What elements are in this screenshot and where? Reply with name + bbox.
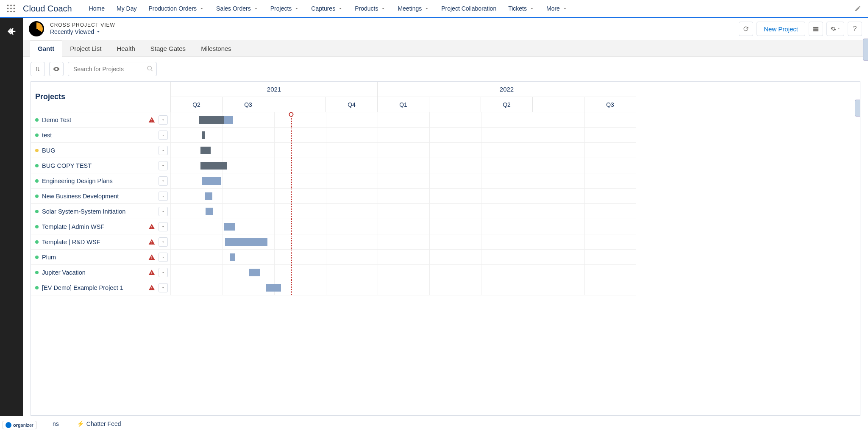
quarter-header-7 [533,97,584,112]
row-menu-button[interactable] [159,283,168,292]
gantt-bar[interactable] [202,177,221,185]
row-menu-button[interactable] [159,115,168,125]
nav-item-production-orders[interactable]: Production Orders [143,0,209,17]
project-name: Engineering Design Plans [42,178,155,184]
row-menu-button[interactable] [159,268,168,277]
gantt-bar[interactable] [249,269,260,276]
tab-stage-gates[interactable]: Stage Gates [143,41,193,56]
gantt-bar[interactable] [225,238,267,246]
organizer-badge[interactable]: orgorganizeranizer [3,421,36,429]
svg-point-0 [7,5,9,6]
tab-gantt[interactable]: Gantt [30,40,62,57]
refresh-button[interactable] [739,22,753,36]
nav-item-meetings[interactable]: Meetings [392,0,434,17]
nav-item-home[interactable]: Home [84,0,110,17]
project-row[interactable]: Jupiter Vacation [31,265,171,280]
project-row[interactable]: Template | Admin WSF [31,219,171,234]
nav-item-sales-orders[interactable]: Sales Orders [211,0,264,17]
quarter-header-2 [274,97,326,112]
gantt-panel-handle[interactable] [855,100,860,117]
row-menu-button[interactable] [159,207,168,216]
settings-menu-button[interactable] [826,22,844,36]
project-row[interactable]: test [31,128,171,143]
left-rail [0,18,23,416]
status-dot [35,133,39,137]
status-dot [35,195,39,198]
visibility-button[interactable] [49,62,64,76]
status-dot [35,164,39,167]
status-dot [35,286,39,289]
page-eyebrow: CROSS PROJECT VIEW [50,22,115,28]
utility-item-chatter[interactable]: ⚡ Chatter Feed [77,420,121,427]
help-button[interactable]: ? [848,22,862,36]
tab-milestones[interactable]: Milestones [193,41,239,56]
gantt-bar[interactable] [200,147,211,154]
project-row[interactable]: New Business Development [31,189,171,204]
row-menu-button[interactable] [159,253,168,262]
row-menu-button[interactable] [159,131,168,140]
gantt-bar[interactable] [199,116,233,124]
right-panel-handle[interactable] [863,39,868,61]
status-dot [35,118,39,122]
row-menu-button[interactable] [159,161,168,170]
global-nav: Cloud Coach HomeMy DayProduction OrdersS… [0,0,868,18]
chevron-down-icon [96,29,101,34]
nav-item-products[interactable]: Products [350,0,391,17]
row-menu-button[interactable] [159,176,168,186]
nav-item-project-collaboration[interactable]: Project Collaboration [436,0,501,17]
gantt-bar[interactable] [230,253,235,261]
project-row[interactable]: Plum [31,250,171,265]
year-header-2021: 2021 [171,82,378,97]
nav-item-my-day[interactable]: My Day [111,0,142,17]
chevron-down-icon [294,6,299,11]
edit-nav-icon[interactable] [853,3,863,14]
nav-item-tickets[interactable]: Tickets [503,0,540,17]
utility-item-partial[interactable]: ns [53,420,59,427]
today-marker [289,112,294,117]
project-row[interactable]: Solar System-System Initiation [31,204,171,219]
nav-item-captures[interactable]: Captures [306,0,348,17]
list-view-selector[interactable]: Recently Viewed [50,28,115,36]
page-header: CROSS PROJECT VIEW Recently Viewed New P… [23,18,868,40]
gantt-bar[interactable] [206,208,213,215]
project-row[interactable]: BUG [31,143,171,158]
search-input[interactable] [68,62,157,76]
nav-item-projects[interactable]: Projects [265,0,305,17]
view-tabs: GanttProject ListHealthStage GatesMilest… [23,40,868,57]
row-menu-button[interactable] [159,146,168,155]
quarter-header-5 [429,97,481,112]
tab-project-list[interactable]: Project List [62,41,109,56]
timeline-cell [171,250,636,265]
project-row[interactable]: Template | R&D WSF [31,234,171,250]
table-view-button[interactable] [809,22,823,36]
chevron-down-icon [529,6,534,11]
gantt-bar[interactable] [200,162,227,170]
tab-health[interactable]: Health [109,41,142,56]
new-project-button[interactable]: New Project [757,22,805,36]
sort-button[interactable] [31,62,45,76]
back-icon[interactable] [6,25,17,37]
project-row[interactable]: [EV Demo] Example Project 1 [31,280,171,295]
project-row[interactable]: BUG COPY TEST [31,158,171,173]
workspace: CROSS PROJECT VIEW Recently Viewed New P… [0,18,868,416]
app-name: Cloud Coach [23,4,72,14]
row-menu-button[interactable] [159,192,168,201]
gantt-toolbar [23,57,868,81]
gantt-bar[interactable] [266,284,281,292]
project-row[interactable]: Engineering Design Plans [31,173,171,189]
quarter-header-6: Q2 [481,97,533,112]
today-line [291,250,292,264]
project-row[interactable]: Demo Test [31,112,171,128]
gantt-bar[interactable] [205,192,212,200]
row-menu-button[interactable] [159,237,168,247]
today-line [291,189,292,203]
timeline-cell [171,280,636,295]
app-launcher-icon[interactable] [5,3,17,14]
gantt-bar[interactable] [224,223,235,231]
status-dot [35,271,39,274]
row-menu-button[interactable] [159,222,168,231]
gantt-bar[interactable] [202,131,205,139]
nav-item-more[interactable]: More [541,0,573,17]
status-dot [35,240,39,244]
warning-icon [148,284,155,291]
